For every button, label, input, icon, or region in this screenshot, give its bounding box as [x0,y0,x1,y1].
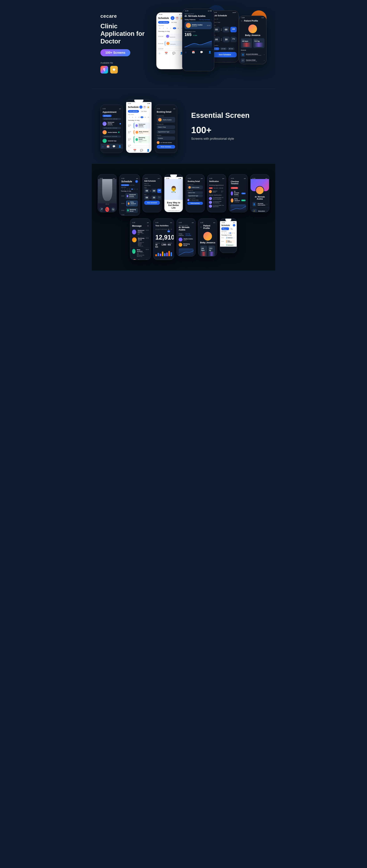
showcase-grid: 11:20▲● 05:12 🎤 📞 📷 11:20▲● Schedule [97,174,270,260]
schedule-white-phone: 11:20▲●■ Schedule + ⏰ 🔔 Full Calendar Li… [126,99,152,153]
available-label: Available file [100,62,153,64]
patient-name: Beby Jovanca [239,34,266,36]
hero-title: Clinic Application for Doctor [100,23,153,45]
hero-phones: 11:20▲ ● ■ Schedule + ⏰ 🔔 Full Calendar … [153,7,267,80]
section2-text: Essential Screen 100+ Screens with profe… [184,112,267,141]
hero-add-schedule-phone: 11:20▲▲ ● Add Schedule Step 1/2 Select T… [211,10,239,63]
screens-badge: 100+ Screens [100,49,130,56]
brand-logo: cecare [100,13,153,19]
dashboard-dark-phone: 11:20▲● Welcome back! dr. Nirmala Azalea… [177,218,196,256]
booking-detail-dark-phone: 11:20▲● Booking Detail Personal Info Zha… [186,174,205,212]
screens-subtitle: Screens with professional style [191,136,267,141]
schedule-title: Schedule [158,17,169,20]
hero-schedule-phone: 11:20▲ ● ■ Schedule + ⏰ 🔔 Full Calendar … [156,12,186,69]
tiny-schedule-phone: 11:20▲● Schedule + Full Calendar List Vi… [220,218,237,253]
profile-phone: 11:20▲● dr. Nirmala Azalea 👤 Account Inf… [250,174,269,212]
splash-title: Easy Way to Get Better Life [164,200,183,210]
showcase-section: 11:20▲● 05:12 🎤 📞 📷 11:20▲● Schedule [92,164,275,271]
hero-dashboard-phone: 11:20▲ ● ■ Welcome back! dr. Nirmala Aza… [182,9,214,71]
hero-section: cecare Clinic Application for Doctor 100… [92,0,275,89]
hero-content: cecare Clinic Application for Doctor 100… [100,13,153,73]
video-call-phone: 11:20▲● 05:12 🎤 📞 📷 [98,174,117,212]
splash-phone: 11:20▲●■ 👨‍⚕️ Easy Way to Get Better Lif… [164,174,183,212]
checkup-phone: 11:20▲● Checkup Timeline - 9:00 AM dr. N… [229,174,248,212]
hero-patient-profile-phone: 11:20▲ ● ← Patient Profile Beby Jovanca … [239,16,267,64]
patient-profile-title: Patient Profile [244,20,258,22]
appointment-phone: 11:20▲● Appointment All Request ● Wed Ju… [100,104,123,153]
booking-detail-phone: 11:20▲● Booking Detail Personal Info Zha… [155,104,177,153]
essential-section: 11:20▲● Appointment All Request ● Wed Ju… [92,89,275,163]
sketch-icon [110,66,118,73]
add-schedule-dark-phone: 11:20▲● Add Schedule Step 1/2 Select Tim… [143,174,162,212]
activities-phone: 11:20▲● Your Activities 15 16 17 18 19 2… [153,218,174,260]
dashboard-doctor-name: dr. Nirmala Azalea [185,14,212,18]
svg-marker-0 [113,68,116,71]
section2-phones: 11:20▲● Appointment All Request ● Wed Ju… [100,99,177,153]
schedule-dark-phone: 11:20▲● Schedule + Full Calendar List Vi… [119,174,140,216]
file-icons [100,66,153,73]
figma-icon [100,66,108,73]
message-phone: 11:20▲● Message ⚙ Vandorani Aduhai Halo … [130,218,151,260]
splash-sub: Lorem ipsum dolor sit amet consectetur a… [164,210,183,212]
screens-count: 100+ [191,125,267,135]
essential-title: Essential Screen [191,112,267,119]
save-schedule-btn[interactable]: Save Schedule [213,52,237,57]
patient-profile-dark-phone: 11:20▲● ← Patient Profile Beby Jovanca P… [198,218,217,256]
notification-phone: 11:20▲● Notification Booking Appointment… [207,174,226,212]
